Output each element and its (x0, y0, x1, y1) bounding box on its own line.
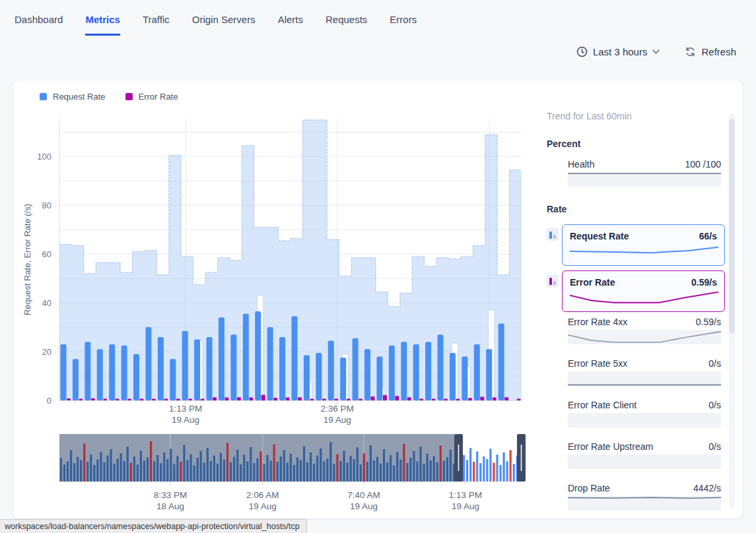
tab-traffic[interactable]: Traffic (143, 14, 170, 36)
sparkline (568, 371, 721, 386)
status-url-bar: workspaces/load-balancers/namespaces/web… (0, 519, 307, 533)
tab-origin-servers[interactable]: Origin Servers (192, 14, 256, 36)
svg-text:19 Aug: 19 Aug (452, 501, 479, 511)
metric-value: 4442/s (693, 483, 721, 493)
svg-text:18 Aug: 18 Aug (156, 501, 184, 511)
svg-text:1:13 PM: 1:13 PM (169, 404, 202, 414)
metric-error-rate-upstream[interactable]: Error Rate Upstream0/s (568, 441, 721, 469)
refresh-icon (685, 46, 696, 57)
metric-label: Error Rate 5xx (568, 358, 627, 369)
tab-dashboard[interactable]: Dashboard (15, 14, 63, 36)
svg-text:60: 60 (42, 249, 52, 259)
metric-label: Drop Rate (568, 483, 610, 493)
tab-bar: DashboardMetricsTrafficOrigin ServersAle… (0, 0, 756, 36)
trend-title: Trend for Last 60min (533, 80, 738, 121)
metric-error-rate-5xx[interactable]: Error Rate 5xx0/s (568, 358, 721, 386)
refresh-button[interactable]: Refresh (685, 46, 736, 57)
metric-drop-rate[interactable]: Drop Rate4442/s (568, 483, 721, 511)
metric-value: 100 /100 (685, 159, 722, 170)
main-chart[interactable]: 020406080100Request Rate, Error Rate (/s… (13, 80, 549, 516)
sparkline (570, 290, 717, 305)
svg-text:7:40 AM: 7:40 AM (347, 490, 380, 500)
sidebar-scrollbar[interactable] (729, 113, 735, 508)
metric-label: Health (568, 159, 594, 170)
metric-request-rate[interactable]: Request Rate66/s (562, 224, 725, 266)
metric-value: 0/s (708, 441, 721, 452)
svg-text:2:06 AM: 2:06 AM (246, 490, 279, 500)
svg-text:19 Aug: 19 Aug (172, 415, 199, 425)
metric-error-rate-client[interactable]: Error Rate Client0/s (568, 400, 721, 427)
svg-text:80: 80 (42, 201, 52, 210)
metric-value: 0/s (708, 400, 721, 410)
chevron-down-icon (652, 49, 660, 54)
metric-label: Request Rate (570, 231, 629, 241)
svg-text:Request Rate, Error Rate (/s): Request Rate, Error Rate (/s) (22, 204, 32, 315)
svg-text:20: 20 (42, 347, 52, 357)
bar-chart-icon[interactable] (546, 274, 559, 287)
svg-text:1:13 PM: 1:13 PM (449, 490, 482, 500)
brush-handle-left[interactable] (454, 434, 463, 482)
sparkline (568, 172, 721, 187)
sparkline (568, 455, 721, 469)
svg-text:8:33 PM: 8:33 PM (154, 490, 187, 500)
metric-value: 0/s (708, 358, 721, 369)
metric-label: Error Rate Upstream (568, 441, 653, 452)
tab-requests[interactable]: Requests (326, 14, 367, 36)
trend-sidebar: Trend for Last 60min PercentHealth100 /1… (533, 80, 738, 518)
metric-error-rate[interactable]: Error Rate0.59/s (562, 270, 725, 312)
sidebar-scrollbar-thumb[interactable] (729, 119, 735, 333)
brush-handle-right[interactable] (517, 434, 526, 482)
refresh-label: Refresh (701, 46, 736, 57)
metrics-card: Request RateError Rate 020406080100Reque… (13, 80, 743, 518)
tab-errors[interactable]: Errors (390, 14, 417, 36)
svg-text:100: 100 (37, 152, 52, 162)
svg-text:0: 0 (47, 396, 52, 406)
tab-alerts[interactable]: Alerts (278, 14, 303, 36)
toolbar: Last 3 hours Refresh (576, 46, 736, 57)
metric-health[interactable]: Health100 /100 (568, 159, 721, 187)
time-range-selector[interactable]: Last 3 hours (576, 46, 660, 57)
clock-icon (576, 46, 588, 57)
sparkline (570, 244, 717, 259)
svg-text:2:36 PM: 2:36 PM (321, 404, 354, 414)
bar-chart-icon[interactable] (546, 228, 559, 241)
metric-value: 0.59/s (691, 277, 717, 288)
metric-value: 0.59/s (696, 317, 721, 327)
svg-text:40: 40 (42, 298, 52, 308)
section-heading-percent: Percent (547, 139, 738, 149)
svg-text:19 Aug: 19 Aug (324, 415, 351, 425)
svg-text:19 Aug: 19 Aug (249, 501, 277, 511)
metric-value: 66/s (699, 231, 717, 241)
metric-label: Error Rate (570, 277, 615, 288)
time-range-label: Last 3 hours (593, 46, 648, 57)
metric-label: Error Rate Client (568, 400, 636, 410)
sparkline (568, 413, 721, 427)
section-heading-rate: Rate (547, 204, 738, 214)
tab-metrics[interactable]: Metrics (85, 14, 120, 36)
timeline-brush[interactable] (59, 434, 526, 482)
sparkline (568, 496, 721, 511)
metric-label: Error Rate 4xx (568, 317, 627, 327)
svg-text:19 Aug: 19 Aug (350, 501, 378, 511)
sparkline (568, 330, 721, 344)
metric-error-rate-4xx[interactable]: Error Rate 4xx0.59/s (568, 317, 721, 344)
